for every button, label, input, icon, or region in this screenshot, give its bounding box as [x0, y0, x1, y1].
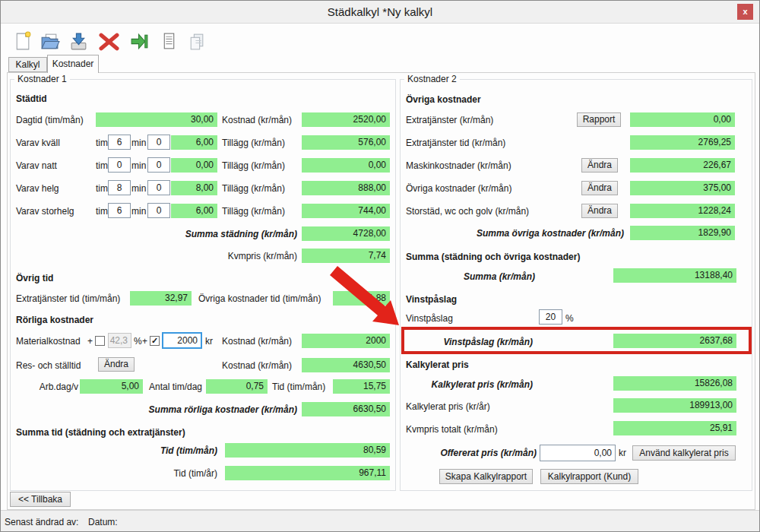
delete-icon[interactable] [97, 31, 122, 52]
varav-helg-min-input[interactable]: 0 [147, 180, 170, 195]
material-kostnad-field: 2000 [302, 334, 390, 348]
varav-helg-tillagg-label: Tillägg (kr/mån) [222, 182, 285, 195]
percent-unit: % [134, 334, 142, 348]
groupbox-kostnader-2-label: Kostnader 2 [404, 74, 460, 84]
kalkylerat-pris-man-field: 15826,08 [613, 376, 736, 391]
varav-natt-label: Varav natt [16, 159, 57, 173]
checkmark-icon: ✓ [151, 336, 158, 345]
res-stalltid-label: Res- och ställtid [16, 359, 81, 372]
status-bar: Senast ändrad av: Datum: [1, 510, 759, 532]
andra-button-ovriga[interactable]: Ändra [581, 181, 618, 195]
varav-kvall-tim-input[interactable]: 6 [108, 135, 131, 150]
varav-storhelg-label: Varav storhelg [16, 204, 74, 218]
title-bar[interactable]: Städkalkyl *Ny kalkyl x [1, 1, 759, 24]
dagtid-kostnad-label: Kostnad (kr/mån) [222, 113, 292, 127]
andra-button-maskin[interactable]: Ändra [581, 158, 618, 173]
extratjanster-kr-label: Extratjänster (kr/mån) [406, 113, 493, 127]
antal-tim-dag-field: 0,75 [206, 379, 268, 394]
kalkylerat-pris-ar-label: Kalkylerat pris (kr/år) [406, 400, 490, 413]
kr-unit: kr [205, 334, 213, 348]
varav-storhelg-value-field: 6,00 [171, 204, 217, 218]
dagtid-value-field: 30,00 [96, 112, 217, 127]
res-kostnad-label: Kostnad (kr/mån) [222, 359, 292, 372]
summa-stadning-field: 4728,00 [302, 226, 390, 241]
report-document-icon[interactable] [159, 31, 179, 52]
tid-tim-man-row-field: 15,75 [333, 379, 390, 394]
vinstpaslag-label: Vinstpåslag [406, 312, 453, 325]
header-summa: Summa (städning och övriga kostnader) [406, 250, 580, 264]
stadkalkyl-window: Städkalkyl *Ny kalkyl x Kalkyl Kostnader… [0, 0, 760, 532]
material-percent-checkbox[interactable] [95, 336, 105, 346]
varav-helg-tillagg-field: 888,00 [302, 181, 390, 195]
extratjanster-tid-kr-label: Extratjänster tid (kr/mån) [406, 136, 505, 150]
varav-helg-tim-input[interactable]: 8 [108, 180, 131, 195]
offererat-kr-unit: kr [619, 446, 626, 460]
copy-icon[interactable] [186, 31, 207, 52]
header-ovriga-kostnader: Övriga kostnader [406, 93, 481, 106]
tim-label: tim [96, 136, 108, 150]
tid-tim-man-row-label: Tid (tim/mån) [272, 380, 325, 394]
andra-button-res[interactable]: Ändra [98, 357, 135, 372]
maskinkostnader-label: Maskinkostnader (kr/mån) [406, 159, 511, 173]
min-label: min [131, 204, 146, 218]
summa-stadning-label: Summa städning (kr/mån) [115, 227, 297, 241]
varav-storhelg-tim-input[interactable]: 6 [108, 203, 131, 218]
tab-kostnader[interactable]: Kostnader [47, 55, 99, 73]
res-kostnad-field: 4630,50 [302, 358, 390, 372]
summa-rorliga-label: Summa rörliga kostnader (kr/mån) [100, 403, 297, 416]
datum-label: Datum: [88, 515, 118, 529]
rapport-button[interactable]: Rapport [577, 112, 621, 127]
material-percent-input[interactable]: 42,3 [108, 333, 131, 348]
save-icon[interactable] [68, 31, 89, 52]
kalkylrapport-kund-button[interactable]: Kalkylrapport (Kund) [540, 469, 638, 484]
offererat-pris-input[interactable]: 0,00 [540, 445, 616, 461]
arb-dag-label: Arb.dag/v [16, 380, 78, 394]
summa-rorliga-field: 6630,50 [302, 402, 390, 416]
summa-ovriga-field: 1829,90 [630, 226, 735, 240]
tab-kalkyl[interactable]: Kalkyl [8, 57, 47, 72]
varav-natt-tillagg-field: 0,00 [302, 158, 390, 173]
material-kr-checkbox[interactable]: ✓ [150, 336, 160, 346]
antal-tim-dag-label: Antal tim/dag [149, 380, 202, 394]
min-label: min [131, 182, 146, 195]
tim-label: tim [96, 204, 108, 218]
header-vinstpaslag: Vinstpåslag [406, 293, 457, 306]
kalkylerat-pris-ar-field: 189913,00 [613, 398, 736, 413]
andra-button-storstad[interactable]: Ändra [581, 204, 618, 218]
varav-kvall-label: Varav kväll [16, 136, 60, 150]
material-kr-input[interactable]: 2000 [162, 332, 202, 349]
anvand-kalkylerat-pris-button[interactable]: Använd kalkylerat pris [632, 445, 736, 461]
varav-natt-min-input[interactable]: 0 [147, 157, 170, 173]
vinstpaslag-percent-unit: % [565, 312, 574, 325]
varav-natt-tim-input[interactable]: 0 [108, 157, 131, 173]
varav-storhelg-tillagg-field: 744,00 [302, 204, 390, 218]
kvmpris-totalt-field: 25,91 [613, 421, 736, 435]
kvmpris-totalt-label: Kvmpris totalt (kr/mån) [406, 423, 498, 436]
tid-tim-ar-label: Tid (tim/år) [62, 467, 217, 480]
tid-tim-ar-field: 967,11 [225, 466, 390, 480]
kvmpris-label: Kvmpris (kr/mån) [130, 249, 297, 263]
plus-sign: + [87, 334, 93, 348]
plus-sign: + [142, 334, 147, 348]
groupbox-kostnader-1-label: Kostnader 1 [14, 74, 70, 84]
varav-helg-value-field: 8,00 [171, 181, 217, 195]
summa-ovriga-label: Summa övriga kostnader (kr/mån) [449, 226, 624, 240]
header-ovrig-tid: Övrig tid [16, 271, 53, 285]
open-folder-icon[interactable] [40, 31, 60, 52]
skapa-kalkylrapport-button[interactable]: Skapa Kalkylrapport [439, 469, 533, 484]
varav-kvall-min-input[interactable]: 0 [147, 135, 170, 150]
kvmpris-field: 7,74 [302, 249, 390, 263]
extratjanster-tid-label: Extratjänster tid (tim/mån) [16, 292, 120, 306]
vinstpaslag-percent-input[interactable]: 20 [539, 309, 562, 325]
new-document-icon[interactable] [12, 31, 33, 52]
kalkylerat-pris-man-label: Kalkylerat pris (kr/mån) [388, 378, 533, 391]
varav-kvall-tillagg-label: Tillägg (kr/mån) [222, 136, 285, 150]
close-button[interactable]: x [737, 4, 753, 20]
varav-storhelg-min-input[interactable]: 0 [147, 203, 170, 218]
tid-tim-man-field: 80,59 [225, 443, 390, 458]
import-icon[interactable] [129, 31, 150, 52]
tillbaka-button[interactable]: << Tillbaka [10, 492, 71, 507]
extratjanster-kr-field: 0,00 [630, 112, 735, 127]
dagtid-kostnad-field: 2520,00 [302, 112, 390, 127]
varav-storhelg-tillagg-label: Tillägg (kr/mån) [222, 204, 285, 218]
